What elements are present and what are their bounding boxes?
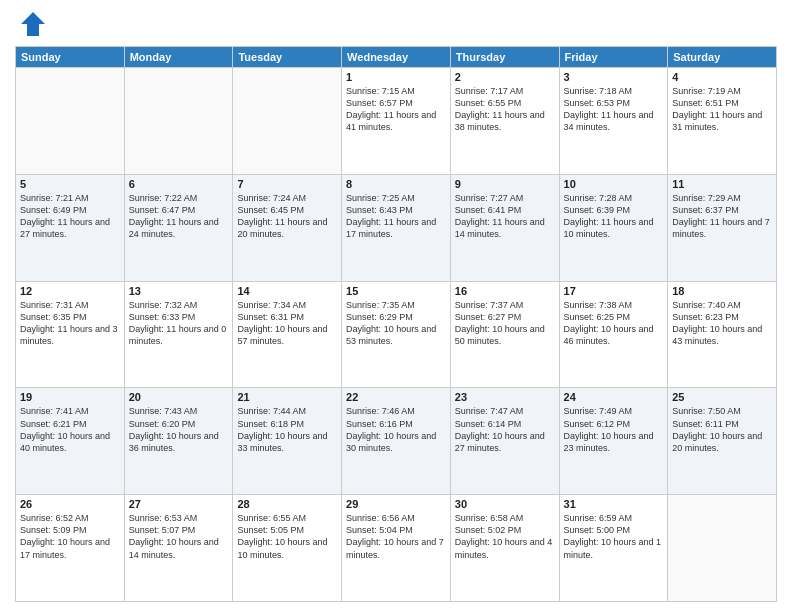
- day-info: Sunrise: 7:40 AMSunset: 6:23 PMDaylight:…: [672, 299, 772, 348]
- col-header-wednesday: Wednesday: [342, 47, 451, 68]
- calendar-cell: 14Sunrise: 7:34 AMSunset: 6:31 PMDayligh…: [233, 281, 342, 388]
- day-number: 18: [672, 285, 772, 297]
- calendar-cell: 31Sunrise: 6:59 AMSunset: 5:00 PMDayligh…: [559, 495, 668, 602]
- day-info: Sunrise: 7:43 AMSunset: 6:20 PMDaylight:…: [129, 405, 229, 454]
- calendar-week-row: 19Sunrise: 7:41 AMSunset: 6:21 PMDayligh…: [16, 388, 777, 495]
- day-number: 23: [455, 391, 555, 403]
- calendar-cell: 13Sunrise: 7:32 AMSunset: 6:33 PMDayligh…: [124, 281, 233, 388]
- day-number: 20: [129, 391, 229, 403]
- col-header-thursday: Thursday: [450, 47, 559, 68]
- day-number: 3: [564, 71, 664, 83]
- day-number: 29: [346, 498, 446, 510]
- day-number: 21: [237, 391, 337, 403]
- calendar-week-row: 1Sunrise: 7:15 AMSunset: 6:57 PMDaylight…: [16, 68, 777, 175]
- calendar-cell: 24Sunrise: 7:49 AMSunset: 6:12 PMDayligh…: [559, 388, 668, 495]
- day-info: Sunrise: 7:49 AMSunset: 6:12 PMDaylight:…: [564, 405, 664, 454]
- calendar-cell: 8Sunrise: 7:25 AMSunset: 6:43 PMDaylight…: [342, 174, 451, 281]
- day-number: 30: [455, 498, 555, 510]
- calendar-cell: 19Sunrise: 7:41 AMSunset: 6:21 PMDayligh…: [16, 388, 125, 495]
- calendar-week-row: 5Sunrise: 7:21 AMSunset: 6:49 PMDaylight…: [16, 174, 777, 281]
- svg-marker-0: [21, 12, 45, 36]
- logo: [15, 10, 47, 38]
- calendar-cell: 4Sunrise: 7:19 AMSunset: 6:51 PMDaylight…: [668, 68, 777, 175]
- calendar-cell: 26Sunrise: 6:52 AMSunset: 5:09 PMDayligh…: [16, 495, 125, 602]
- calendar-cell: 10Sunrise: 7:28 AMSunset: 6:39 PMDayligh…: [559, 174, 668, 281]
- calendar-cell: 22Sunrise: 7:46 AMSunset: 6:16 PMDayligh…: [342, 388, 451, 495]
- day-info: Sunrise: 7:25 AMSunset: 6:43 PMDaylight:…: [346, 192, 446, 241]
- page: SundayMondayTuesdayWednesdayThursdayFrid…: [0, 0, 792, 612]
- day-number: 19: [20, 391, 120, 403]
- calendar-cell: 18Sunrise: 7:40 AMSunset: 6:23 PMDayligh…: [668, 281, 777, 388]
- day-number: 25: [672, 391, 772, 403]
- day-info: Sunrise: 7:27 AMSunset: 6:41 PMDaylight:…: [455, 192, 555, 241]
- calendar-cell: 3Sunrise: 7:18 AMSunset: 6:53 PMDaylight…: [559, 68, 668, 175]
- calendar-cell: 21Sunrise: 7:44 AMSunset: 6:18 PMDayligh…: [233, 388, 342, 495]
- day-number: 26: [20, 498, 120, 510]
- day-number: 14: [237, 285, 337, 297]
- calendar-week-row: 26Sunrise: 6:52 AMSunset: 5:09 PMDayligh…: [16, 495, 777, 602]
- day-number: 27: [129, 498, 229, 510]
- calendar-cell: 12Sunrise: 7:31 AMSunset: 6:35 PMDayligh…: [16, 281, 125, 388]
- calendar-cell: 7Sunrise: 7:24 AMSunset: 6:45 PMDaylight…: [233, 174, 342, 281]
- logo-icon: [19, 10, 47, 38]
- day-number: 9: [455, 178, 555, 190]
- day-info: Sunrise: 7:37 AMSunset: 6:27 PMDaylight:…: [455, 299, 555, 348]
- day-info: Sunrise: 6:56 AMSunset: 5:04 PMDaylight:…: [346, 512, 446, 561]
- calendar-cell: 20Sunrise: 7:43 AMSunset: 6:20 PMDayligh…: [124, 388, 233, 495]
- calendar-cell: 9Sunrise: 7:27 AMSunset: 6:41 PMDaylight…: [450, 174, 559, 281]
- calendar-cell: 27Sunrise: 6:53 AMSunset: 5:07 PMDayligh…: [124, 495, 233, 602]
- day-number: 13: [129, 285, 229, 297]
- header: [15, 10, 777, 38]
- col-header-sunday: Sunday: [16, 47, 125, 68]
- calendar-cell: 29Sunrise: 6:56 AMSunset: 5:04 PMDayligh…: [342, 495, 451, 602]
- col-header-monday: Monday: [124, 47, 233, 68]
- day-number: 6: [129, 178, 229, 190]
- calendar-week-row: 12Sunrise: 7:31 AMSunset: 6:35 PMDayligh…: [16, 281, 777, 388]
- day-info: Sunrise: 6:58 AMSunset: 5:02 PMDaylight:…: [455, 512, 555, 561]
- calendar-cell: 2Sunrise: 7:17 AMSunset: 6:55 PMDaylight…: [450, 68, 559, 175]
- day-info: Sunrise: 7:19 AMSunset: 6:51 PMDaylight:…: [672, 85, 772, 134]
- calendar-cell: 15Sunrise: 7:35 AMSunset: 6:29 PMDayligh…: [342, 281, 451, 388]
- day-number: 11: [672, 178, 772, 190]
- calendar-cell: [233, 68, 342, 175]
- calendar-cell: 16Sunrise: 7:37 AMSunset: 6:27 PMDayligh…: [450, 281, 559, 388]
- day-number: 7: [237, 178, 337, 190]
- day-info: Sunrise: 7:44 AMSunset: 6:18 PMDaylight:…: [237, 405, 337, 454]
- col-header-tuesday: Tuesday: [233, 47, 342, 68]
- day-info: Sunrise: 7:29 AMSunset: 6:37 PMDaylight:…: [672, 192, 772, 241]
- day-info: Sunrise: 7:34 AMSunset: 6:31 PMDaylight:…: [237, 299, 337, 348]
- calendar-cell: 6Sunrise: 7:22 AMSunset: 6:47 PMDaylight…: [124, 174, 233, 281]
- day-info: Sunrise: 7:31 AMSunset: 6:35 PMDaylight:…: [20, 299, 120, 348]
- day-number: 22: [346, 391, 446, 403]
- day-info: Sunrise: 7:24 AMSunset: 6:45 PMDaylight:…: [237, 192, 337, 241]
- calendar-cell: 25Sunrise: 7:50 AMSunset: 6:11 PMDayligh…: [668, 388, 777, 495]
- calendar-cell: [16, 68, 125, 175]
- day-number: 15: [346, 285, 446, 297]
- day-info: Sunrise: 7:38 AMSunset: 6:25 PMDaylight:…: [564, 299, 664, 348]
- col-header-saturday: Saturday: [668, 47, 777, 68]
- calendar-table: SundayMondayTuesdayWednesdayThursdayFrid…: [15, 46, 777, 602]
- day-info: Sunrise: 6:53 AMSunset: 5:07 PMDaylight:…: [129, 512, 229, 561]
- day-info: Sunrise: 6:55 AMSunset: 5:05 PMDaylight:…: [237, 512, 337, 561]
- day-number: 16: [455, 285, 555, 297]
- day-info: Sunrise: 7:15 AMSunset: 6:57 PMDaylight:…: [346, 85, 446, 134]
- day-info: Sunrise: 7:47 AMSunset: 6:14 PMDaylight:…: [455, 405, 555, 454]
- day-info: Sunrise: 7:22 AMSunset: 6:47 PMDaylight:…: [129, 192, 229, 241]
- day-info: Sunrise: 7:17 AMSunset: 6:55 PMDaylight:…: [455, 85, 555, 134]
- day-number: 1: [346, 71, 446, 83]
- day-info: Sunrise: 7:21 AMSunset: 6:49 PMDaylight:…: [20, 192, 120, 241]
- day-number: 12: [20, 285, 120, 297]
- calendar-cell: 11Sunrise: 7:29 AMSunset: 6:37 PMDayligh…: [668, 174, 777, 281]
- day-number: 28: [237, 498, 337, 510]
- calendar-cell: 28Sunrise: 6:55 AMSunset: 5:05 PMDayligh…: [233, 495, 342, 602]
- day-info: Sunrise: 7:41 AMSunset: 6:21 PMDaylight:…: [20, 405, 120, 454]
- calendar-cell: 1Sunrise: 7:15 AMSunset: 6:57 PMDaylight…: [342, 68, 451, 175]
- day-number: 8: [346, 178, 446, 190]
- calendar-cell: 23Sunrise: 7:47 AMSunset: 6:14 PMDayligh…: [450, 388, 559, 495]
- day-info: Sunrise: 7:18 AMSunset: 6:53 PMDaylight:…: [564, 85, 664, 134]
- calendar-cell: [668, 495, 777, 602]
- day-number: 2: [455, 71, 555, 83]
- calendar-header-row: SundayMondayTuesdayWednesdayThursdayFrid…: [16, 47, 777, 68]
- day-info: Sunrise: 6:52 AMSunset: 5:09 PMDaylight:…: [20, 512, 120, 561]
- day-number: 5: [20, 178, 120, 190]
